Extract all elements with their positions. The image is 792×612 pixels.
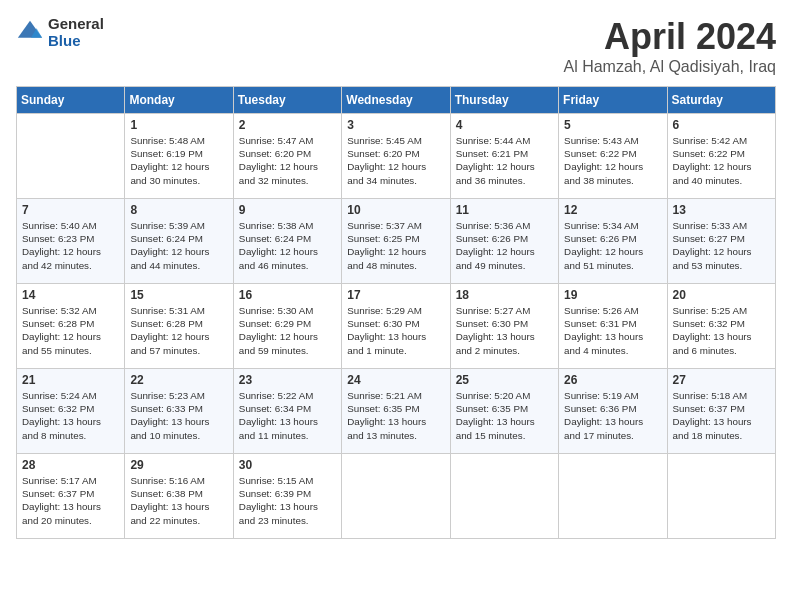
- day-number: 2: [239, 118, 336, 132]
- calendar-cell: [342, 454, 450, 539]
- day-number: 28: [22, 458, 119, 472]
- week-row-4: 21Sunrise: 5:24 AM Sunset: 6:32 PM Dayli…: [17, 369, 776, 454]
- calendar-cell: 20Sunrise: 5:25 AM Sunset: 6:32 PM Dayli…: [667, 284, 775, 369]
- day-number: 9: [239, 203, 336, 217]
- calendar-cell: 2Sunrise: 5:47 AM Sunset: 6:20 PM Daylig…: [233, 114, 341, 199]
- day-info: Sunrise: 5:32 AM Sunset: 6:28 PM Dayligh…: [22, 304, 119, 357]
- day-info: Sunrise: 5:23 AM Sunset: 6:33 PM Dayligh…: [130, 389, 227, 442]
- day-info: Sunrise: 5:30 AM Sunset: 6:29 PM Dayligh…: [239, 304, 336, 357]
- day-info: Sunrise: 5:31 AM Sunset: 6:28 PM Dayligh…: [130, 304, 227, 357]
- logo-icon: [16, 19, 44, 47]
- calendar-cell: [17, 114, 125, 199]
- calendar-cell: 30Sunrise: 5:15 AM Sunset: 6:39 PM Dayli…: [233, 454, 341, 539]
- day-number: 11: [456, 203, 553, 217]
- day-number: 5: [564, 118, 661, 132]
- month-title: April 2024: [563, 16, 776, 58]
- week-row-1: 1Sunrise: 5:48 AM Sunset: 6:19 PM Daylig…: [17, 114, 776, 199]
- day-number: 13: [673, 203, 770, 217]
- day-number: 20: [673, 288, 770, 302]
- calendar-cell: 22Sunrise: 5:23 AM Sunset: 6:33 PM Dayli…: [125, 369, 233, 454]
- day-info: Sunrise: 5:25 AM Sunset: 6:32 PM Dayligh…: [673, 304, 770, 357]
- calendar-cell: 4Sunrise: 5:44 AM Sunset: 6:21 PM Daylig…: [450, 114, 558, 199]
- week-row-2: 7Sunrise: 5:40 AM Sunset: 6:23 PM Daylig…: [17, 199, 776, 284]
- day-number: 17: [347, 288, 444, 302]
- day-info: Sunrise: 5:37 AM Sunset: 6:25 PM Dayligh…: [347, 219, 444, 272]
- day-info: Sunrise: 5:33 AM Sunset: 6:27 PM Dayligh…: [673, 219, 770, 272]
- calendar-cell: 5Sunrise: 5:43 AM Sunset: 6:22 PM Daylig…: [559, 114, 667, 199]
- day-info: Sunrise: 5:48 AM Sunset: 6:19 PM Dayligh…: [130, 134, 227, 187]
- logo-blue-text: Blue: [48, 33, 104, 50]
- day-info: Sunrise: 5:21 AM Sunset: 6:35 PM Dayligh…: [347, 389, 444, 442]
- day-number: 12: [564, 203, 661, 217]
- day-number: 26: [564, 373, 661, 387]
- day-number: 29: [130, 458, 227, 472]
- calendar-cell: 11Sunrise: 5:36 AM Sunset: 6:26 PM Dayli…: [450, 199, 558, 284]
- day-info: Sunrise: 5:17 AM Sunset: 6:37 PM Dayligh…: [22, 474, 119, 527]
- calendar-cell: 8Sunrise: 5:39 AM Sunset: 6:24 PM Daylig…: [125, 199, 233, 284]
- calendar-cell: 23Sunrise: 5:22 AM Sunset: 6:34 PM Dayli…: [233, 369, 341, 454]
- day-info: Sunrise: 5:19 AM Sunset: 6:36 PM Dayligh…: [564, 389, 661, 442]
- calendar-cell: 25Sunrise: 5:20 AM Sunset: 6:35 PM Dayli…: [450, 369, 558, 454]
- day-number: 21: [22, 373, 119, 387]
- calendar-table: SundayMondayTuesdayWednesdayThursdayFrid…: [16, 86, 776, 539]
- day-number: 3: [347, 118, 444, 132]
- calendar-cell: 17Sunrise: 5:29 AM Sunset: 6:30 PM Dayli…: [342, 284, 450, 369]
- title-section: April 2024 Al Hamzah, Al Qadisiyah, Iraq: [563, 16, 776, 76]
- day-info: Sunrise: 5:43 AM Sunset: 6:22 PM Dayligh…: [564, 134, 661, 187]
- logo-text: General Blue: [48, 16, 104, 49]
- header-day-thursday: Thursday: [450, 87, 558, 114]
- page-header: General Blue April 2024 Al Hamzah, Al Qa…: [16, 16, 776, 76]
- header-day-tuesday: Tuesday: [233, 87, 341, 114]
- day-number: 25: [456, 373, 553, 387]
- calendar-cell: 12Sunrise: 5:34 AM Sunset: 6:26 PM Dayli…: [559, 199, 667, 284]
- day-number: 10: [347, 203, 444, 217]
- calendar-cell: 15Sunrise: 5:31 AM Sunset: 6:28 PM Dayli…: [125, 284, 233, 369]
- day-info: Sunrise: 5:18 AM Sunset: 6:37 PM Dayligh…: [673, 389, 770, 442]
- calendar-cell: 9Sunrise: 5:38 AM Sunset: 6:24 PM Daylig…: [233, 199, 341, 284]
- calendar-cell: 29Sunrise: 5:16 AM Sunset: 6:38 PM Dayli…: [125, 454, 233, 539]
- calendar-cell: 19Sunrise: 5:26 AM Sunset: 6:31 PM Dayli…: [559, 284, 667, 369]
- day-info: Sunrise: 5:40 AM Sunset: 6:23 PM Dayligh…: [22, 219, 119, 272]
- week-row-5: 28Sunrise: 5:17 AM Sunset: 6:37 PM Dayli…: [17, 454, 776, 539]
- calendar-body: 1Sunrise: 5:48 AM Sunset: 6:19 PM Daylig…: [17, 114, 776, 539]
- day-info: Sunrise: 5:38 AM Sunset: 6:24 PM Dayligh…: [239, 219, 336, 272]
- calendar-cell: [450, 454, 558, 539]
- day-info: Sunrise: 5:20 AM Sunset: 6:35 PM Dayligh…: [456, 389, 553, 442]
- calendar-cell: 24Sunrise: 5:21 AM Sunset: 6:35 PM Dayli…: [342, 369, 450, 454]
- calendar-cell: 13Sunrise: 5:33 AM Sunset: 6:27 PM Dayli…: [667, 199, 775, 284]
- day-number: 7: [22, 203, 119, 217]
- calendar-cell: 7Sunrise: 5:40 AM Sunset: 6:23 PM Daylig…: [17, 199, 125, 284]
- day-info: Sunrise: 5:36 AM Sunset: 6:26 PM Dayligh…: [456, 219, 553, 272]
- day-info: Sunrise: 5:39 AM Sunset: 6:24 PM Dayligh…: [130, 219, 227, 272]
- day-number: 4: [456, 118, 553, 132]
- day-number: 19: [564, 288, 661, 302]
- calendar-cell: 28Sunrise: 5:17 AM Sunset: 6:37 PM Dayli…: [17, 454, 125, 539]
- day-info: Sunrise: 5:16 AM Sunset: 6:38 PM Dayligh…: [130, 474, 227, 527]
- day-info: Sunrise: 5:29 AM Sunset: 6:30 PM Dayligh…: [347, 304, 444, 357]
- day-number: 24: [347, 373, 444, 387]
- week-row-3: 14Sunrise: 5:32 AM Sunset: 6:28 PM Dayli…: [17, 284, 776, 369]
- calendar-cell: 1Sunrise: 5:48 AM Sunset: 6:19 PM Daylig…: [125, 114, 233, 199]
- day-info: Sunrise: 5:34 AM Sunset: 6:26 PM Dayligh…: [564, 219, 661, 272]
- day-number: 22: [130, 373, 227, 387]
- calendar-header: SundayMondayTuesdayWednesdayThursdayFrid…: [17, 87, 776, 114]
- day-info: Sunrise: 5:44 AM Sunset: 6:21 PM Dayligh…: [456, 134, 553, 187]
- day-number: 23: [239, 373, 336, 387]
- header-day-saturday: Saturday: [667, 87, 775, 114]
- header-day-wednesday: Wednesday: [342, 87, 450, 114]
- header-day-friday: Friday: [559, 87, 667, 114]
- logo: General Blue: [16, 16, 104, 49]
- day-info: Sunrise: 5:42 AM Sunset: 6:22 PM Dayligh…: [673, 134, 770, 187]
- day-info: Sunrise: 5:27 AM Sunset: 6:30 PM Dayligh…: [456, 304, 553, 357]
- day-number: 15: [130, 288, 227, 302]
- calendar-cell: 18Sunrise: 5:27 AM Sunset: 6:30 PM Dayli…: [450, 284, 558, 369]
- calendar-cell: 14Sunrise: 5:32 AM Sunset: 6:28 PM Dayli…: [17, 284, 125, 369]
- header-row: SundayMondayTuesdayWednesdayThursdayFrid…: [17, 87, 776, 114]
- calendar-cell: 27Sunrise: 5:18 AM Sunset: 6:37 PM Dayli…: [667, 369, 775, 454]
- day-number: 27: [673, 373, 770, 387]
- header-day-sunday: Sunday: [17, 87, 125, 114]
- day-info: Sunrise: 5:15 AM Sunset: 6:39 PM Dayligh…: [239, 474, 336, 527]
- calendar-cell: 16Sunrise: 5:30 AM Sunset: 6:29 PM Dayli…: [233, 284, 341, 369]
- calendar-cell: 3Sunrise: 5:45 AM Sunset: 6:20 PM Daylig…: [342, 114, 450, 199]
- day-number: 30: [239, 458, 336, 472]
